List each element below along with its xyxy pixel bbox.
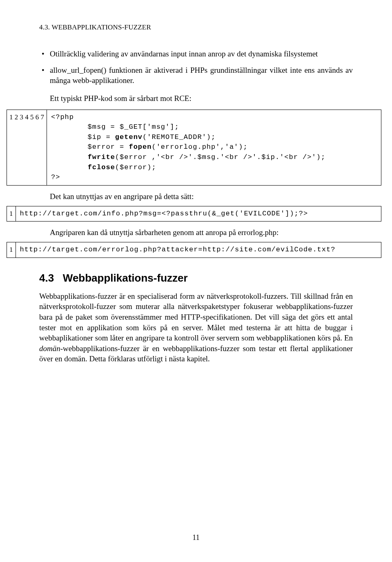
- code-block-php: 1 2 3 4 5 6 7 <?php $msg = $_GET['msg'];…: [7, 110, 381, 186]
- code-gutter: 1: [7, 242, 16, 257]
- page-number: 11: [0, 533, 392, 542]
- page: 4.3. WEBBAPPLIKATIONS-FUZZER Otillräckli…: [0, 0, 392, 562]
- code-gutter: 1 2 3 4 5 6 7: [7, 110, 47, 185]
- code-content: http://target.com/info.php?msg=<?passthr…: [16, 206, 381, 222]
- section-number: 4.3: [39, 272, 54, 284]
- code-content: <?php $msg = $_GET['msg']; $ip = getenv(…: [47, 110, 381, 185]
- section-title: Webbapplikations-fuzzer: [63, 272, 188, 284]
- body-italic: domän: [39, 344, 60, 353]
- page-header: 4.3. WEBBAPPLIKATIONS-FUZZER: [39, 23, 353, 32]
- code-block-url2: 1 http://target.com/errorlog.php?attacke…: [7, 242, 381, 258]
- code-block-url1: 1 http://target.com/info.php?msg=<?passt…: [7, 206, 381, 222]
- body-pre: Webbapplikations-fuzzer är en specialise…: [39, 292, 353, 343]
- bullet-item: Otillräcklig validering av användarnas i…: [39, 49, 353, 59]
- section-body: Webbapplikations-fuzzer är en specialise…: [39, 291, 353, 364]
- code-gutter: 1: [7, 206, 16, 222]
- section-heading: 4.3 Webbapplikations-fuzzer: [39, 271, 353, 285]
- code-content: http://target.com/errorlog.php?attacker=…: [16, 242, 381, 257]
- after-code-text: Det kan utnyttjas av en angripare på det…: [50, 191, 353, 202]
- intro-text: Ett typiskt PHP-kod som är sårbart mot R…: [50, 93, 353, 104]
- bullet-item: allow_url_fopen() funktionen är aktivera…: [39, 65, 353, 86]
- body-post: -webbapplikations-fuzzer är en webbappli…: [39, 344, 353, 363]
- after-code-text: Angriparen kan då utnyttja sårbarheten g…: [50, 227, 353, 238]
- bullet-list: Otillräcklig validering av användarnas i…: [39, 49, 353, 86]
